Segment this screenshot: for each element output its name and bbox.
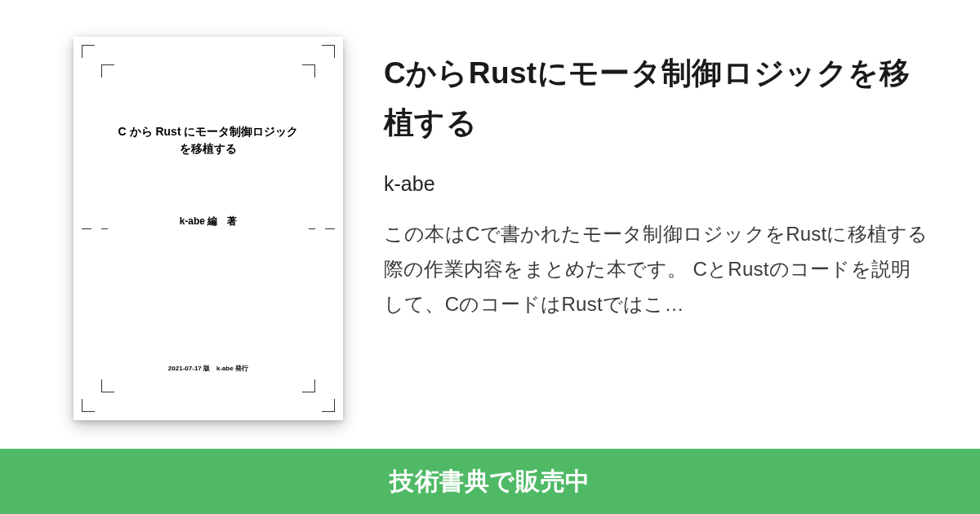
crop-tick-icon	[82, 228, 91, 229]
cover-meta: 2021-07-17 版 k-abe 発行	[168, 364, 248, 373]
book-cover: C から Rust にモータ制御ロジックを移植する k-abe 編 著 2021…	[74, 37, 343, 420]
book-description: この本はCで書かれたモータ制御ロジックをRustに移植する際の作業内容をまとめた…	[384, 217, 931, 321]
card-content: C から Rust にモータ制御ロジックを移植する k-abe 編 著 2021…	[0, 0, 980, 449]
crop-mark-icon	[82, 399, 95, 412]
crop-mark-icon	[322, 45, 335, 58]
crop-tick-icon	[325, 228, 335, 229]
book-author: k-abe	[384, 172, 931, 196]
cover-author: k-abe 編 著	[180, 215, 238, 228]
book-cover-wrapper: C から Rust にモータ制御ロジックを移植する k-abe 編 著 2021…	[74, 37, 343, 420]
sale-banner: 技術書典で販売中	[0, 449, 980, 514]
crop-tick-icon	[309, 228, 315, 229]
cover-title: C から Rust にモータ制御ロジックを移植する	[118, 123, 299, 157]
book-title: CからRustにモータ制御ロジックを移植する	[384, 48, 931, 148]
book-info: CからRustにモータ制御ロジックを移植する k-abe この本はCで書かれたモ…	[384, 37, 931, 321]
cover-inner: C から Rust にモータ制御ロジックを移植する k-abe 編 著 2021…	[111, 74, 305, 383]
crop-mark-icon	[322, 399, 335, 412]
crop-mark-icon	[82, 45, 95, 58]
sale-banner-label: 技術書典で販売中	[390, 465, 590, 498]
crop-tick-icon	[101, 228, 108, 229]
